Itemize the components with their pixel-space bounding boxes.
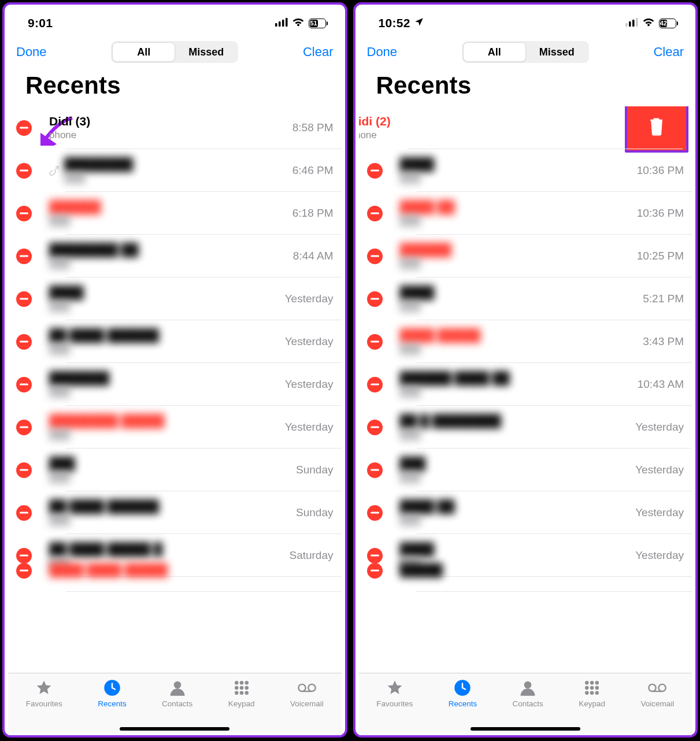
- call-name: █████: [400, 563, 684, 577]
- call-row[interactable]: ███████10:36 PM: [359, 149, 692, 192]
- delete-minus-icon[interactable]: [16, 206, 32, 221]
- call-name: ███████: [49, 371, 285, 385]
- delete-minus-icon[interactable]: [16, 563, 32, 579]
- call-row[interactable]: █████████6:18 PM: [8, 192, 342, 235]
- contacts-icon: [168, 679, 187, 696]
- delete-minus-icon[interactable]: [367, 505, 383, 521]
- tab-label: Keypad: [579, 699, 605, 708]
- delete-minus-icon[interactable]: [16, 505, 32, 521]
- delete-minus-icon[interactable]: [367, 563, 383, 579]
- filter-segmented-control[interactable]: All Missed: [462, 41, 589, 63]
- clear-button[interactable]: Clear: [653, 45, 684, 60]
- tab-contacts[interactable]: Contacts: [162, 679, 192, 708]
- done-button[interactable]: Done: [367, 45, 398, 60]
- call-row[interactable]: ████████ ████████Yesterday: [8, 406, 342, 449]
- call-row[interactable]: ███████Yesterday: [8, 277, 342, 320]
- svg-point-16: [308, 684, 315, 691]
- call-time: Sunday: [296, 464, 333, 476]
- delete-minus-icon[interactable]: [16, 249, 32, 264]
- call-row[interactable]: Didi (2)phone10:37 PM: [359, 106, 683, 149]
- call-name: ███: [400, 457, 636, 470]
- call-name: ████: [400, 157, 637, 171]
- call-row[interactable]: ██████████Yesterday: [8, 363, 342, 406]
- done-button[interactable]: Done: [16, 45, 47, 60]
- call-subtitle: ███: [400, 386, 638, 398]
- delete-minus-icon[interactable]: [16, 163, 32, 179]
- home-indicator[interactable]: [120, 727, 229, 731]
- delete-minus-icon[interactable]: [16, 120, 32, 136]
- svg-rect-20: [632, 20, 635, 27]
- tab-keypad[interactable]: Keypad: [579, 679, 605, 708]
- tab-recents[interactable]: Recents: [98, 679, 127, 708]
- segment-missed[interactable]: Missed: [175, 42, 237, 62]
- swipe-delete-button[interactable]: [625, 106, 688, 153]
- call-name: ████ █████: [400, 328, 643, 342]
- call-row[interactable]: ██ █ ███████████Yesterday: [359, 406, 692, 449]
- call-row[interactable]: ██████ ████ █████10:43 AM: [359, 363, 692, 406]
- delete-minus-icon[interactable]: [367, 206, 383, 221]
- call-row[interactable]: ███████████6:46 PM: [8, 149, 342, 192]
- delete-minus-icon[interactable]: [16, 377, 32, 392]
- recents-list-left[interactable]: Didi (3)phone8:58 PM███████████6:46 PM██…: [8, 106, 342, 673]
- call-time: 10:36 PM: [637, 164, 684, 177]
- delete-minus-icon[interactable]: [367, 334, 383, 350]
- svg-rect-21: [636, 18, 638, 27]
- call-name: ████████ ██: [49, 243, 293, 257]
- call-row[interactable]: ██████Sunday: [8, 449, 342, 491]
- delete-minus-icon[interactable]: [16, 420, 32, 435]
- page-title: Recents: [359, 68, 692, 106]
- delete-minus-icon[interactable]: [367, 291, 383, 307]
- call-row[interactable]: ██ ████ █████████Yesterday: [8, 320, 342, 363]
- screenshot-left: 9:01 51 Done All Missed: [2, 2, 347, 738]
- svg-point-8: [245, 681, 249, 685]
- tab-voicemail[interactable]: Voicemail: [290, 679, 324, 708]
- call-row[interactable]: ████ █████10:36 PM: [359, 192, 692, 235]
- home-indicator[interactable]: [471, 727, 580, 731]
- favourites-icon: [34, 679, 54, 696]
- segment-all[interactable]: All: [463, 42, 526, 62]
- call-row[interactable]: ███████5:21 PM: [359, 277, 692, 320]
- svg-rect-3: [286, 18, 288, 27]
- svg-point-13: [239, 691, 243, 695]
- tab-contacts[interactable]: Contacts: [513, 679, 543, 708]
- call-name: ████: [49, 286, 285, 299]
- call-row[interactable]: ████ ████████3:43 PM: [359, 320, 692, 363]
- clear-button[interactable]: Clear: [303, 45, 334, 60]
- delete-minus-icon[interactable]: [367, 249, 383, 264]
- screenshot-right: 10:52 42 Done A: [353, 2, 698, 738]
- call-time: Yesterday: [635, 421, 684, 434]
- filter-segmented-control[interactable]: All Missed: [111, 41, 238, 63]
- call-time: 3:43 PM: [643, 335, 684, 348]
- delete-minus-icon[interactable]: [367, 377, 383, 392]
- segment-missed[interactable]: Missed: [526, 42, 588, 62]
- delete-minus-icon[interactable]: [16, 462, 32, 478]
- recents-list-right[interactable]: Didi (2)phone10:37 PM███████10:36 PM████…: [359, 106, 692, 673]
- delete-minus-icon[interactable]: [367, 462, 383, 478]
- call-name: ██ █ ████████: [400, 414, 636, 428]
- delete-minus-icon[interactable]: [367, 163, 383, 179]
- call-row[interactable]: █████: [359, 549, 692, 592]
- tab-voicemail[interactable]: Voicemail: [640, 679, 674, 708]
- call-subtitle: ███: [49, 514, 296, 526]
- delete-minus-icon[interactable]: [16, 291, 32, 307]
- call-row[interactable]: Didi (3)phone8:58 PM: [8, 106, 342, 149]
- tab-favourites[interactable]: Favourites: [376, 679, 413, 708]
- tab-recents[interactable]: Recents: [449, 679, 477, 708]
- segment-all[interactable]: All: [112, 42, 175, 62]
- delete-minus-icon[interactable]: [367, 420, 383, 435]
- call-name: ████████ █████: [49, 414, 285, 428]
- tab-favourites[interactable]: Favourites: [26, 679, 62, 708]
- call-row[interactable]: ██████Yesterday: [359, 449, 692, 491]
- call-row[interactable]: ████ ████ █████: [8, 549, 342, 592]
- call-time: Yesterday: [285, 335, 334, 348]
- status-time: 9:01: [28, 16, 53, 30]
- call-subtitle: ███: [400, 258, 637, 269]
- call-row[interactable]: ██ ████ █████████Sunday: [8, 491, 342, 534]
- call-row[interactable]: ████ █████Yesterday: [359, 491, 692, 534]
- svg-point-34: [659, 684, 666, 691]
- call-time: 8:44 AM: [293, 250, 334, 262]
- tab-keypad[interactable]: Keypad: [228, 679, 255, 708]
- call-row[interactable]: ████████ █████8:44 AM: [8, 235, 342, 277]
- call-row[interactable]: █████████10:25 PM: [359, 235, 692, 277]
- delete-minus-icon[interactable]: [16, 334, 32, 350]
